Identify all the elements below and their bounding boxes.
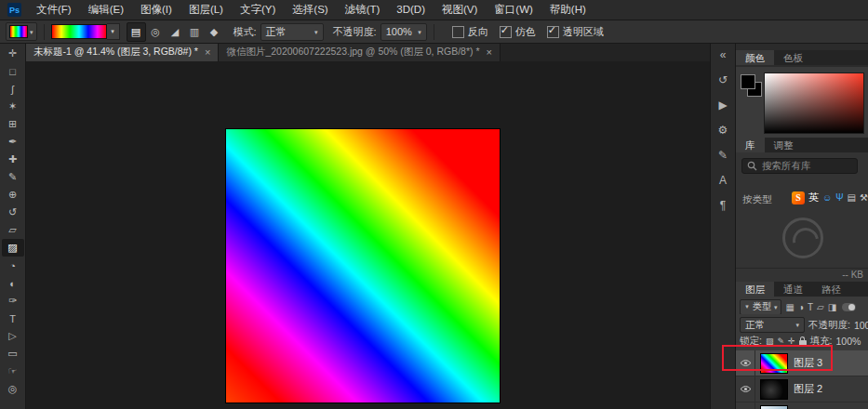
tab-adjustments[interactable]: 调整 bbox=[765, 138, 803, 152]
visibility-eye-icon[interactable] bbox=[736, 350, 755, 376]
layer-thumbnail[interactable] bbox=[760, 353, 788, 374]
zoom-tool-icon[interactable]: ◎ bbox=[2, 380, 24, 398]
reverse-checkbox[interactable] bbox=[452, 26, 464, 38]
layer-filter-kind-select[interactable]: ▼ 类型 ▾ bbox=[740, 299, 781, 314]
tab-libraries[interactable]: 库 bbox=[736, 138, 765, 152]
character-panel-icon[interactable]: A bbox=[719, 174, 727, 187]
dither-checkbox[interactable] bbox=[500, 26, 512, 38]
gradient-tool-icon[interactable]: ▨ bbox=[2, 239, 24, 257]
quick-select-tool-icon[interactable]: ✶ bbox=[2, 98, 24, 115]
healing-brush-tool-icon[interactable]: ✚ bbox=[2, 151, 24, 168]
tab-layers[interactable]: 图层 bbox=[736, 282, 774, 297]
voice-input-icon[interactable]: Ψ bbox=[835, 193, 843, 203]
visibility-eye-icon[interactable] bbox=[736, 376, 755, 402]
filter-adjustment-layers-icon[interactable]: ◑ bbox=[798, 302, 804, 312]
layer-row-2[interactable]: 图层 2 bbox=[736, 376, 868, 402]
diamond-gradient-button[interactable]: ◆ bbox=[205, 22, 224, 42]
eyedropper-tool-icon[interactable]: ✒ bbox=[2, 133, 24, 151]
paragraph-panel-icon[interactable]: ¶ bbox=[720, 199, 726, 212]
mode-select[interactable]: 正常 ▾ bbox=[260, 23, 324, 41]
menu-3d[interactable]: 3D(D) bbox=[388, 0, 434, 20]
document-canvas-rainbow-gradient[interactable] bbox=[226, 129, 500, 402]
blur-tool-icon[interactable]: ◔ bbox=[2, 257, 24, 274]
layer-name[interactable]: 图层 3 bbox=[794, 356, 822, 370]
library-sort-label[interactable]: 按类型 bbox=[742, 193, 772, 206]
emoji-icon[interactable]: ☺ bbox=[822, 193, 832, 203]
history-brush-tool-icon[interactable]: ↺ bbox=[2, 204, 24, 221]
linear-gradient-button[interactable]: ▤ bbox=[127, 22, 146, 42]
menu-file[interactable]: 文件(F) bbox=[28, 0, 80, 20]
properties-panel-icon[interactable]: ⚙ bbox=[718, 124, 728, 137]
gradient-preview[interactable] bbox=[51, 24, 107, 39]
document-tab-weixin[interactable]: 微信图片_20200607222523.jpg @ 50% (图层 0, RGB… bbox=[219, 43, 501, 61]
menu-edit[interactable]: 编辑(E) bbox=[80, 0, 132, 20]
gradient-dropdown-arrow[interactable]: ▾ bbox=[107, 23, 120, 40]
expand-dock-icon[interactable]: « bbox=[720, 48, 727, 61]
lasso-tool-icon[interactable]: ʃ bbox=[2, 80, 24, 98]
blend-mode-select[interactable]: 正常 ▾ bbox=[740, 317, 805, 333]
sogou-logo-icon[interactable]: S bbox=[792, 191, 805, 204]
menu-select[interactable]: 选择(S) bbox=[284, 0, 336, 20]
radial-gradient-button[interactable]: ◎ bbox=[146, 22, 166, 42]
filter-shape-layers-icon[interactable]: ▱ bbox=[817, 302, 824, 312]
brush-settings-panel-icon[interactable]: ✎ bbox=[718, 149, 728, 162]
marquee-tool-icon[interactable]: □ bbox=[2, 62, 24, 80]
library-search-input[interactable]: 搜索所有库 bbox=[741, 158, 858, 174]
gradient-editor[interactable]: ▾ bbox=[51, 23, 120, 40]
layer-thumbnail[interactable] bbox=[760, 379, 788, 400]
filter-smart-object-icon[interactable]: ◨ bbox=[828, 302, 836, 312]
opacity-select[interactable]: 100% ▾ bbox=[381, 23, 427, 41]
lock-transparency-icon[interactable]: ▨ bbox=[766, 336, 774, 346]
filter-toggle-switch[interactable] bbox=[842, 303, 856, 311]
color-picker-gradient[interactable] bbox=[764, 73, 864, 134]
tab-channels[interactable]: 通道 bbox=[774, 282, 812, 297]
move-tool-icon[interactable]: ✛ bbox=[2, 45, 24, 62]
brush-tool-icon[interactable]: ✎ bbox=[2, 168, 24, 186]
fill-value[interactable]: 100% bbox=[835, 336, 861, 347]
layer-thumbnail[interactable] bbox=[760, 405, 788, 409]
path-select-tool-icon[interactable]: ▷ bbox=[2, 327, 24, 345]
toolbox-icon[interactable]: ⚒ bbox=[860, 193, 868, 203]
menu-type[interactable]: 文字(Y) bbox=[232, 0, 284, 20]
clone-stamp-tool-icon[interactable]: ⊕ bbox=[2, 186, 24, 204]
eraser-tool-icon[interactable]: ▱ bbox=[2, 221, 24, 239]
shape-tool-icon[interactable]: ▭ bbox=[2, 345, 24, 363]
menu-help[interactable]: 帮助(H) bbox=[541, 0, 594, 20]
dodge-tool-icon[interactable]: ◐ bbox=[2, 274, 24, 292]
filter-pixel-layers-icon[interactable]: ▦ bbox=[785, 302, 794, 312]
menu-layer[interactable]: 图层(L) bbox=[180, 0, 232, 20]
reflected-gradient-button[interactable]: ▥ bbox=[185, 22, 205, 42]
filter-type-layers-icon[interactable]: T bbox=[808, 302, 813, 312]
lock-position-icon[interactable]: ✛ bbox=[788, 336, 795, 346]
actions-panel-icon[interactable]: ▶ bbox=[718, 99, 727, 112]
tab-color[interactable]: 颜色 bbox=[736, 50, 774, 65]
angle-gradient-button[interactable]: ◢ bbox=[166, 22, 185, 42]
tool-preset-picker[interactable]: ▾ bbox=[6, 22, 37, 41]
tab-paths[interactable]: 路径 bbox=[812, 282, 850, 297]
foreground-color-swatch[interactable] bbox=[741, 74, 755, 89]
document-tab-untitled[interactable]: 未标题-1 @ 41.4% (图层 3, RGB/8#) * × bbox=[26, 43, 219, 61]
lock-all-icon[interactable] bbox=[799, 340, 807, 346]
canvas-area[interactable] bbox=[26, 61, 710, 409]
ps-logo-icon[interactable]: Ps bbox=[7, 3, 21, 17]
layer-row-3[interactable]: 图层 3 bbox=[736, 350, 868, 376]
layer-opacity-value[interactable]: 100% bbox=[854, 320, 868, 331]
menu-window[interactable]: 窗口(W) bbox=[486, 0, 541, 20]
crop-tool-icon[interactable]: ⊞ bbox=[2, 115, 24, 133]
ime-language-toggle[interactable]: 英 bbox=[808, 191, 819, 204]
transparency-checkbox[interactable] bbox=[547, 26, 559, 38]
pen-tool-icon[interactable]: ✑ bbox=[2, 292, 24, 310]
menu-filter[interactable]: 滤镜(T) bbox=[337, 0, 389, 20]
history-panel-icon[interactable]: ↺ bbox=[718, 73, 728, 86]
close-icon[interactable]: × bbox=[487, 46, 492, 58]
close-icon[interactable]: × bbox=[205, 46, 210, 58]
keyboard-icon[interactable]: ▤ bbox=[848, 193, 856, 203]
type-tool-icon[interactable]: T bbox=[2, 310, 24, 327]
lock-pixels-icon[interactable]: ✎ bbox=[777, 336, 784, 346]
hand-tool-icon[interactable]: ☞ bbox=[2, 363, 24, 380]
visibility-eye-icon[interactable] bbox=[736, 402, 755, 409]
layer-row-1[interactable]: 图层 1 bbox=[736, 402, 868, 409]
menu-image[interactable]: 图像(I) bbox=[132, 0, 180, 20]
layer-name[interactable]: 图层 2 bbox=[794, 382, 822, 396]
tab-swatches[interactable]: 色板 bbox=[774, 50, 812, 65]
